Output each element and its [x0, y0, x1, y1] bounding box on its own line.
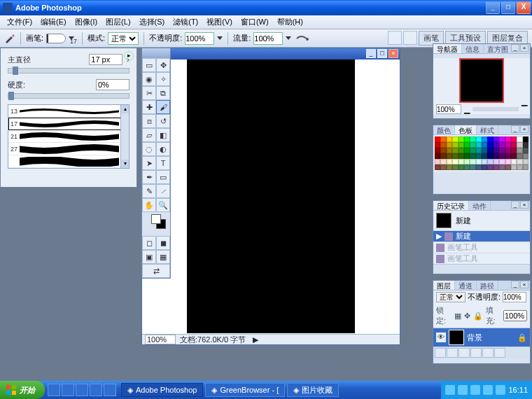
color-swatches[interactable] [142, 212, 170, 236]
lay-min-icon[interactable]: _ [511, 281, 519, 288]
swatch-color[interactable] [517, 136, 522, 142]
swatch-color[interactable] [447, 136, 452, 142]
swatch-color[interactable] [493, 148, 499, 153]
menu-window[interactable]: 窗口(W) [237, 15, 273, 29]
tray-icon-1[interactable] [445, 385, 455, 395]
brush-preset-item[interactable]: 17 [8, 118, 129, 130]
screenmode-std[interactable]: ▣ [142, 250, 156, 264]
swatch-color[interactable] [447, 164, 452, 170]
swatch-color[interactable] [470, 136, 475, 142]
foreground-color[interactable] [151, 214, 161, 224]
swatch-color[interactable] [458, 136, 464, 142]
swatch-color[interactable] [487, 159, 493, 164]
diameter-input[interactable] [89, 54, 122, 65]
doc-close-button[interactable]: × [388, 49, 398, 58]
document-titlebar[interactable]: _ □ × [142, 48, 400, 59]
tool-zoom[interactable]: 🔍 [156, 198, 170, 212]
new-layer-button[interactable] [482, 348, 493, 358]
brush-preset-list[interactable]: ▴▾ 13172127 [8, 104, 130, 169]
menu-edit[interactable]: 编辑(E) [36, 15, 71, 29]
swatch-color[interactable] [464, 164, 470, 170]
swatch-color[interactable] [505, 153, 511, 159]
maximize-button[interactable]: □ [501, 1, 515, 14]
opacity-dropdown-icon[interactable] [217, 36, 223, 40]
swatch-color[interactable] [499, 136, 505, 142]
lock-position-icon[interactable]: ✥ [464, 312, 470, 321]
swatch-color[interactable] [511, 142, 517, 148]
swatch-color[interactable] [487, 153, 493, 159]
layer-set-button[interactable] [458, 348, 470, 358]
tab-history[interactable]: 历史记录 [433, 201, 469, 210]
navigator-zoom-slider[interactable] [472, 107, 519, 111]
swatch-color[interactable] [493, 159, 499, 164]
swatch-color[interactable] [458, 159, 464, 164]
swatch-color[interactable] [447, 159, 452, 164]
swatch-color[interactable] [523, 153, 528, 159]
swatch-color[interactable] [452, 153, 458, 159]
swatch-color[interactable] [440, 153, 446, 159]
swatch-color[interactable] [464, 136, 470, 142]
swatch-color[interactable] [482, 159, 487, 164]
swatch-color[interactable] [517, 148, 522, 153]
brush-preset-item[interactable]: 13 [8, 105, 129, 118]
swatch-color[interactable] [458, 142, 464, 148]
tool-blur[interactable]: ◌ [142, 142, 156, 156]
tool-lasso[interactable]: ◉ [142, 72, 156, 86]
flow-input[interactable] [253, 32, 283, 45]
brush-list-scrollbar[interactable]: ▴▾ [120, 105, 129, 168]
brush-preset-item[interactable] [8, 155, 129, 168]
tool-crop[interactable]: ✂ [142, 86, 156, 100]
tool-move[interactable]: ✥ [156, 58, 170, 72]
tool-gradient[interactable]: ◧ [156, 128, 170, 142]
swatch-color[interactable] [440, 148, 446, 153]
swatch-color[interactable] [470, 148, 475, 153]
tool-palette-grip[interactable] [142, 48, 170, 58]
opacity-input[interactable] [185, 32, 214, 45]
menu-select[interactable]: 选择(S) [135, 15, 169, 29]
swatch-color[interactable] [499, 148, 505, 153]
navigator-zoom-input[interactable] [436, 104, 461, 114]
swatch-color[interactable] [487, 136, 493, 142]
tool-marquee[interactable]: ▭ [142, 58, 156, 72]
jump-to-ir[interactable]: ⇄ [142, 264, 170, 278]
tray-icon-2[interactable] [458, 385, 468, 395]
swatch-color[interactable] [476, 164, 482, 170]
swatch-color[interactable] [476, 136, 482, 142]
swatch-color[interactable] [511, 153, 517, 159]
swatch-color[interactable] [493, 142, 499, 148]
brush-preset-item[interactable]: 27 [8, 143, 129, 155]
swatch-color[interactable] [511, 159, 517, 164]
diameter-slider[interactable] [8, 68, 130, 74]
ql-icon-1[interactable] [48, 384, 60, 396]
swatch-color[interactable] [435, 148, 440, 153]
tray-icon-5[interactable] [496, 385, 505, 395]
zoom-out-icon[interactable]: ▁ [464, 105, 470, 114]
zoom-input[interactable]: 100% [145, 335, 176, 344]
layer-blend-select[interactable]: 正常 [436, 292, 465, 302]
swatch-color[interactable] [476, 153, 482, 159]
lay-close-icon[interactable]: × [520, 281, 528, 288]
swatch-color[interactable] [435, 153, 440, 159]
swatch-color[interactable] [452, 164, 458, 170]
swatch-color[interactable] [470, 159, 475, 164]
menu-file[interactable]: 文件(F) [3, 15, 36, 29]
layer-opacity-input[interactable] [503, 292, 526, 302]
tool-eyedropper[interactable]: ⟋ [156, 184, 170, 198]
palette-well-icon[interactable] [403, 31, 417, 45]
history-step[interactable]: ▶新建 [433, 230, 530, 241]
swatch-color[interactable] [511, 164, 517, 170]
menu-layer[interactable]: 图层(L) [102, 15, 134, 29]
tray-icon-3[interactable] [470, 385, 480, 395]
swatch-color[interactable] [523, 159, 528, 164]
layer-row[interactable]: 👁 背景 🔒 [433, 328, 530, 346]
swatch-color[interactable] [517, 159, 522, 164]
swatch-color[interactable] [482, 164, 487, 170]
clock[interactable]: 16:11 [508, 386, 528, 394]
swatch-color[interactable] [523, 136, 528, 142]
swatch-color[interactable] [505, 148, 511, 153]
layer-fill-input[interactable] [503, 310, 527, 321]
brush-preset-item[interactable]: 21 [8, 130, 129, 143]
tool-shape[interactable]: ▭ [156, 170, 170, 184]
swatch-color[interactable] [482, 153, 487, 159]
menu-help[interactable]: 帮助(H) [273, 15, 307, 29]
